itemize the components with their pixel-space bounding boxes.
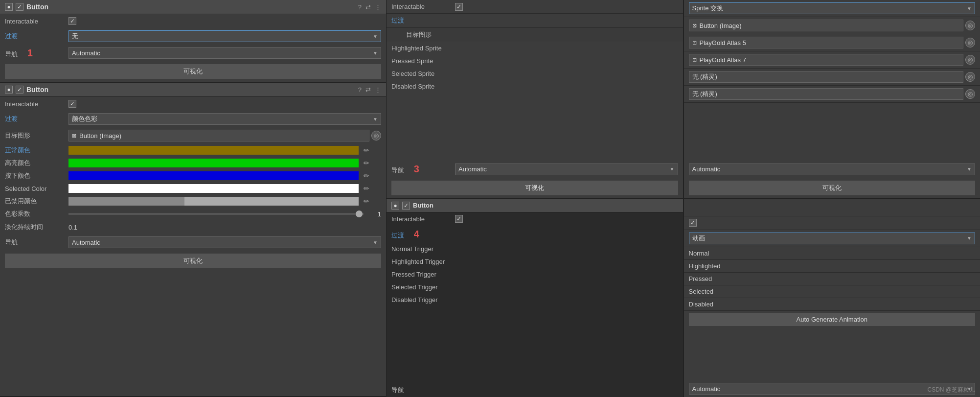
panel2-visualize-btn[interactable]: 可视化: [5, 254, 381, 268]
panel3-annotation: 3: [414, 163, 419, 174]
panel2-normal-eyedropper[interactable]: ✏: [362, 146, 371, 154]
panel2-multiply-label: 色彩乘数: [5, 210, 68, 218]
panel4-disabled-trigger-row: Disabled Trigger: [387, 294, 683, 306]
panel3-nav-label: 导航 3: [391, 163, 455, 175]
panel4-right-check[interactable]: ✓: [689, 219, 697, 227]
panel2-selected-color-swatch[interactable]: [68, 184, 359, 193]
panel3-right-visualize-btn[interactable]: 可视化: [689, 181, 976, 195]
panel2-press-color-row: 按下颜色 ✏: [0, 169, 386, 182]
panel2-header: ● ✓ Button ? ⇄ ⋮: [0, 83, 386, 97]
panel2-nav-dropdown[interactable]: Automatic ▼: [68, 236, 381, 248]
panel3-nav-dropdown[interactable]: Automatic ▼: [455, 163, 678, 175]
panel1-interactable-check[interactable]: ✓: [68, 17, 76, 25]
panel3-pressed-btn[interactable]: ◎: [965, 55, 975, 65]
panel3-right-nav-dropdown[interactable]: Automatic ▼: [689, 163, 976, 175]
panel4-normal-trigger-label: Normal Trigger: [391, 245, 484, 253]
panel2-normal-color-swatch[interactable]: [68, 146, 359, 155]
panel3-highlighted-field[interactable]: ⊡ PlayGold Atlas 5: [689, 37, 964, 48]
panel3-selected-value-row: 无 (精灵) ◎: [684, 69, 980, 86]
panel4-anim-dropdown[interactable]: 动画 ▼: [689, 233, 976, 244]
panel4-disabled-value-row: Disabled: [684, 298, 980, 311]
panel1-transition-dropdown[interactable]: 无 ▼: [68, 30, 381, 42]
panel3-highlighted-label: Highlighted Sprite: [391, 45, 479, 52]
panel3-selected-field[interactable]: 无 (精灵): [689, 71, 964, 83]
panel4-highlighted-trigger-label: Highlighted Trigger: [391, 258, 484, 265]
panel4-interactable-check[interactable]: ✓: [455, 215, 463, 223]
panel1-eye[interactable]: ●: [5, 3, 13, 11]
panel1-check[interactable]: ✓: [16, 3, 23, 11]
panel3-target-row: 目标图形: [387, 28, 683, 42]
panel4-check[interactable]: ✓: [402, 202, 410, 210]
panel2-highlight-color-row: 高亮颜色 ✏: [0, 157, 386, 169]
panel3-highlighted-value-row: ⊡ PlayGold Atlas 5 ◎: [684, 34, 980, 51]
panel2-target-field[interactable]: ⊠ Button (Image): [68, 130, 369, 141]
panel2-target-circle-btn[interactable]: ◎: [371, 131, 381, 140]
panel3-transition-row: 过渡: [387, 14, 683, 28]
panel2-settings-icon[interactable]: ⇄: [365, 86, 371, 93]
panel4-highlighted-trigger-row: Highlighted Trigger: [387, 256, 683, 268]
panel3-pressed-field[interactable]: ⊡ PlayGold Atlas 7: [689, 54, 964, 66]
panel2-multiply-value: 1: [366, 210, 381, 218]
panel2-disabled-color-label: 已禁用颜色: [5, 197, 68, 206]
panel1-nav-dropdown[interactable]: Automatic ▼: [68, 47, 381, 59]
panel4-eye[interactable]: ●: [391, 202, 399, 210]
help-icon[interactable]: ?: [358, 3, 362, 11]
panel2-nav-label: 导航: [5, 238, 68, 247]
panel1-visualize-btn[interactable]: 可视化: [5, 64, 381, 79]
settings-icon[interactable]: ⇄: [365, 3, 371, 11]
panel2-nav-row: 导航 Automatic ▼: [0, 234, 386, 251]
watermark: CSDN @芝麻粒儿: [927, 386, 975, 394]
panel4-interactable-label: Interactable: [391, 215, 455, 223]
panel2-transition-dropdown[interactable]: 颜色色彩 ▼: [68, 113, 381, 125]
panel3-visualize-btn[interactable]: 可视化: [391, 181, 678, 195]
panel3-highlighted-btn[interactable]: ◎: [965, 38, 975, 47]
panel2-disabled-color-swatch[interactable]: [68, 197, 359, 206]
panel3-disabled-field[interactable]: 无 (精灵): [689, 88, 964, 100]
panel4-interactable-row: Interactable ✓: [387, 212, 683, 226]
panel3-target-field[interactable]: ⊠ Button (Image): [689, 20, 964, 31]
panel2-normal-color-label: 正常颜色: [5, 146, 68, 155]
panel4-selected-trigger-row: Selected Trigger: [387, 281, 683, 294]
panel2-highlight-color-swatch[interactable]: [68, 159, 359, 167]
panel2-press-color-label: 按下颜色: [5, 171, 68, 180]
panel3-interactable-check[interactable]: ✓: [455, 3, 463, 11]
panel2-fade-label: 淡化持续时间: [5, 223, 68, 232]
panel4-normal-value-row: Normal: [684, 247, 980, 260]
panel4-disabled-value: Disabled: [689, 301, 976, 308]
panel2-selected-eyedropper[interactable]: ✏: [362, 185, 371, 192]
panel2-target-label: 目标图形: [5, 131, 68, 140]
panel3-sprite-dropdown[interactable]: Sprite 交换 ▼: [689, 2, 976, 14]
panel2-interactable-check[interactable]: ✓: [68, 100, 76, 108]
panel2-multiply-row: 色彩乘数 1: [0, 208, 386, 220]
panel4-right-interactable-row: ✓: [684, 216, 980, 230]
panel3-highlighted-row: Highlighted Sprite: [387, 42, 683, 54]
panel3-selected-btn[interactable]: ◎: [965, 72, 975, 82]
panel2-check[interactable]: ✓: [16, 86, 23, 93]
panel3-transition-label: 过渡: [391, 16, 455, 25]
panel3-interactable-row: Interactable ✓: [387, 0, 683, 14]
panel2-eye[interactable]: ●: [5, 86, 13, 93]
panel2-press-color-swatch[interactable]: [68, 171, 359, 180]
panel2-highlight-eyedropper[interactable]: ✏: [362, 159, 371, 167]
panel2-help-icon[interactable]: ?: [358, 86, 362, 93]
panel2-press-eyedropper[interactable]: ✏: [362, 172, 371, 180]
panel4-auto-gen-btn[interactable]: Auto Generate Animation: [689, 313, 976, 326]
panel2-normal-color-row: 正常颜色 ✏: [0, 144, 386, 157]
menu-icon[interactable]: ⋮: [375, 3, 381, 11]
panel3-nav-row: 导航 3 Automatic ▼: [387, 161, 683, 178]
panel4-disabled-trigger-label: Disabled Trigger: [391, 296, 484, 304]
panel3-disabled-btn[interactable]: ◎: [965, 89, 975, 99]
panel1-title: Button: [26, 3, 48, 11]
panel2-multiply-slider[interactable]: [68, 213, 364, 215]
panel2-menu-icon[interactable]: ⋮: [375, 86, 381, 93]
panel2-transition-row: 过渡 颜色色彩 ▼: [0, 111, 386, 127]
panel2-disabled-color-row: 已禁用颜色 ✏: [0, 195, 386, 208]
panel2-transition-label: 过渡: [5, 115, 68, 123]
panel3-pressed-value-row: ⊡ PlayGold Atlas 7 ◎: [684, 51, 980, 69]
panel2-disabled-eyedropper[interactable]: ✏: [362, 197, 371, 205]
panel4-title: Button: [413, 202, 433, 209]
panel4-selected-trigger-label: Selected Trigger: [391, 283, 484, 291]
panel1-header: ● ✓ Button ? ⇄ ⋮: [0, 0, 386, 14]
panel3-target-btn[interactable]: ◎: [965, 21, 975, 30]
panel2-interactable-row: Interactable ✓: [0, 97, 386, 111]
